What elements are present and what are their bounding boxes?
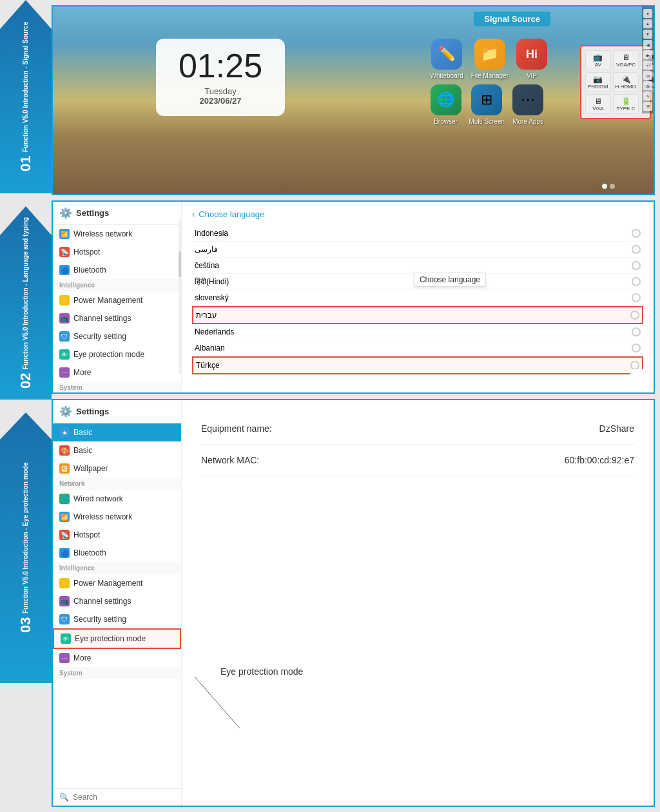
settings-power-2[interactable]: ⚡ Power Management bbox=[53, 291, 181, 309]
settings-more-2[interactable]: ⋯ More bbox=[53, 363, 181, 382]
eye-icon-3: 👁 bbox=[61, 633, 71, 644]
network-mac-value: 60:fb:00:cd:92:e7 bbox=[565, 455, 634, 465]
lang-farsi[interactable]: فارسی bbox=[192, 242, 643, 258]
edge-btn-2[interactable]: ▲ bbox=[643, 19, 652, 28]
signal-vgapc[interactable]: 🖥 VGA/PC bbox=[613, 50, 639, 70]
settings-security-2[interactable]: 🛡 Security setting bbox=[53, 327, 181, 345]
settings-eye-2[interactable]: 👁 Eye protection mode bbox=[53, 345, 181, 363]
lang-cestina[interactable]: čeština bbox=[192, 258, 643, 274]
signal-av[interactable]: 📺 AV bbox=[585, 50, 611, 70]
settings-hotspot-2[interactable]: 📡 Hotspot bbox=[53, 243, 181, 261]
vga-icon: 🖥 bbox=[588, 97, 608, 106]
settings-bluetooth-3[interactable]: 🔵 Bluetooth bbox=[53, 544, 181, 562]
gear-icon: ⚙️ bbox=[59, 207, 72, 219]
settings-channel-2[interactable]: 📺 Channel settings bbox=[53, 309, 181, 327]
browser-label: Browser bbox=[434, 118, 458, 125]
whiteboard-label: Whiteboard bbox=[431, 72, 463, 79]
settings-theme[interactable]: 🎨 Basic bbox=[53, 441, 181, 459]
app-row-1: ✏️ Whiteboard 📁 File Manager Hi VIP bbox=[431, 39, 548, 79]
system-header-3: System bbox=[53, 667, 181, 679]
bluetooth-label-2: Bluetooth bbox=[73, 266, 106, 275]
lang-turkish-label: Türkçe bbox=[196, 361, 220, 370]
sidebar-scroll-thumb-2[interactable] bbox=[179, 251, 181, 277]
settings-channel-3[interactable]: 📺 Channel settings bbox=[53, 592, 181, 610]
section-num-1: 01 bbox=[17, 156, 35, 171]
lang-turkish-radio[interactable] bbox=[630, 361, 639, 370]
wireless-label-3: Wireless network bbox=[73, 512, 132, 521]
settings-container-3: ⚙️ Settings ★ Basic 🎨 Basic 🖼 Wallpaper … bbox=[53, 400, 654, 806]
settings-eye-3[interactable]: 👁 Eye protection mode bbox=[53, 628, 181, 649]
settings-wireless-2[interactable]: 📶 Wireless network bbox=[53, 225, 181, 243]
security-icon-2: 🛡 bbox=[59, 331, 70, 342]
app-filemanager[interactable]: 📁 File Manager bbox=[471, 39, 509, 79]
wired-label: Wired network bbox=[73, 494, 123, 503]
edge-btn-8[interactable]: 🔊 bbox=[643, 81, 652, 90]
clock-day: Tuesday bbox=[174, 86, 267, 96]
phddm-icon: 📷 bbox=[588, 75, 608, 84]
edge-btn-7[interactable]: ⊞ bbox=[643, 71, 652, 80]
edge-btn-1[interactable]: ● bbox=[643, 9, 652, 18]
lang-hindi-radio[interactable] bbox=[632, 277, 641, 286]
power-icon-3: ⚡ bbox=[59, 578, 70, 588]
lang-turkish[interactable]: Türkçe bbox=[192, 356, 643, 374]
panel-language: ⚙️ Settings 📶 Wireless network 📡 Hotspot… bbox=[52, 200, 655, 394]
bt-icon-2: 🔵 bbox=[59, 265, 70, 275]
edge-btn-5[interactable]: ▶ bbox=[643, 50, 652, 59]
app-multiscreen[interactable]: ⊞ Multi Screen bbox=[469, 84, 505, 125]
search-input-3[interactable] bbox=[73, 793, 175, 802]
lang-indonesia-radio[interactable] bbox=[632, 229, 641, 238]
eye-label-3: Eye protection mode bbox=[75, 634, 146, 643]
lang-slovensky-radio[interactable] bbox=[632, 293, 641, 302]
settings-more-3[interactable]: ⋯ More bbox=[53, 649, 181, 667]
channel-label-3: Channel settings bbox=[73, 597, 131, 606]
signal-vga[interactable]: 🖥 VGA bbox=[585, 94, 611, 114]
more-label-3: More bbox=[73, 653, 91, 662]
edge-btn-3[interactable]: ▼ bbox=[643, 30, 652, 39]
equipment-name-label: Equipment name: bbox=[201, 423, 330, 434]
network-mac-label: Network MAC: bbox=[201, 455, 330, 465]
signal-typec[interactable]: 🔋 TYPE C bbox=[613, 94, 639, 114]
edge-btn-6[interactable]: ↩ bbox=[643, 61, 652, 70]
phddm-label: PHD/DM bbox=[588, 84, 608, 90]
edge-btn-4[interactable]: ◀ bbox=[643, 40, 652, 49]
signal-hdmi1[interactable]: 🔌 H.HDMI1 bbox=[613, 72, 639, 92]
lang-dutch[interactable]: Nederlands bbox=[192, 324, 643, 340]
multiscreen-icon: ⊞ bbox=[471, 84, 502, 115]
lang-slovensky[interactable]: slovenský bbox=[192, 290, 643, 306]
edge-btn-9[interactable]: ✎ bbox=[643, 92, 652, 101]
settings-bluetooth-2[interactable]: 🔵 Bluetooth bbox=[53, 261, 181, 279]
signal-source-panel: 📺 AV 🖥 VGA/PC 💻 OPS 📷 PHD/DM 🔌 H.HDMI1 🔌 bbox=[580, 45, 651, 119]
lang-hebrew[interactable]: עברית bbox=[192, 306, 643, 324]
lang-dutch-radio[interactable] bbox=[632, 327, 641, 336]
settings-wallpaper[interactable]: 🖼 Wallpaper bbox=[53, 459, 181, 478]
edge-btn-10[interactable]: ☰ bbox=[643, 102, 652, 111]
lang-hebrew-radio[interactable] bbox=[630, 311, 639, 320]
lang-cestina-radio[interactable] bbox=[632, 261, 641, 270]
more-icon-3: ⋯ bbox=[59, 653, 70, 663]
vga-label: VGA bbox=[592, 106, 603, 111]
app-browser[interactable]: 🌐 Browser bbox=[431, 84, 461, 125]
power-label-2: Power Management bbox=[73, 296, 142, 305]
settings-hotspot-3[interactable]: 📡 Hotspot bbox=[53, 526, 181, 544]
vgapc-label: VGA/PC bbox=[616, 62, 636, 68]
signal-phddm[interactable]: 📷 PHD/DM bbox=[585, 72, 611, 92]
settings-container-2: ⚙️ Settings 📶 Wireless network 📡 Hotspot… bbox=[53, 202, 654, 392]
lang-albanian[interactable]: Albanian bbox=[192, 340, 643, 356]
section-title-2: Function V5.0 Introduction - Language an… bbox=[21, 217, 30, 369]
lang-cestina-label: čeština bbox=[195, 261, 219, 270]
lang-farsi-label: فارسی bbox=[195, 245, 218, 254]
bt-icon-3: 🔵 bbox=[59, 548, 70, 558]
moreapps-icon: ⋯ bbox=[512, 84, 543, 115]
settings-power-3[interactable]: ⚡ Power Management bbox=[53, 574, 181, 592]
settings-sidebar-3: ⚙️ Settings ★ Basic 🎨 Basic 🖼 Wallpaper … bbox=[53, 400, 182, 806]
settings-basic[interactable]: ★ Basic bbox=[53, 423, 181, 441]
app-moreapps[interactable]: ⋯ More Apps bbox=[512, 84, 543, 125]
lang-indonesia[interactable]: Indonesia bbox=[192, 226, 643, 242]
lang-farsi-radio[interactable] bbox=[632, 245, 641, 254]
lang-albanian-radio[interactable] bbox=[632, 343, 641, 353]
settings-security-3[interactable]: 🛡 Security setting bbox=[53, 610, 181, 628]
settings-wired[interactable]: 🌐 Wired network bbox=[53, 490, 181, 508]
app-whiteboard[interactable]: ✏️ Whiteboard bbox=[431, 39, 463, 79]
settings-wireless-3[interactable]: 📶 Wireless network bbox=[53, 508, 181, 526]
app-vip[interactable]: Hi VIP bbox=[516, 39, 547, 79]
